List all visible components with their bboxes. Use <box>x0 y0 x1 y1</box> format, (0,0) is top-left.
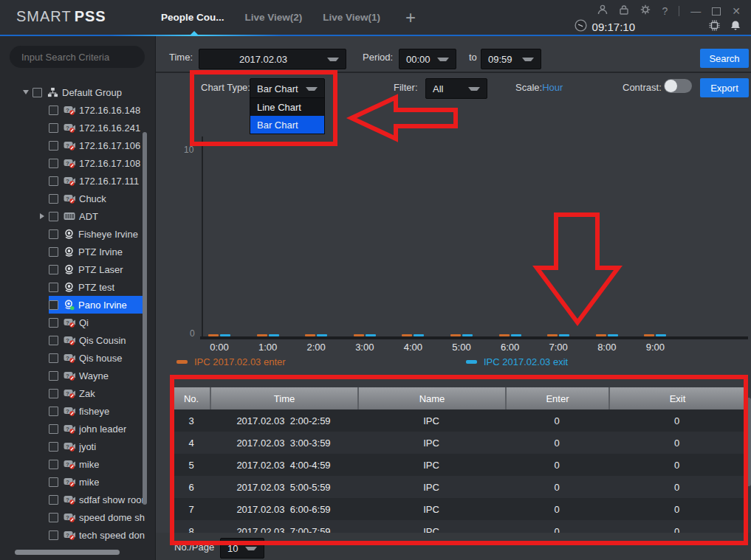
checkbox[interactable] <box>49 530 58 540</box>
checkbox[interactable] <box>49 159 58 168</box>
bar-enter <box>499 334 510 336</box>
tree-item-default-group[interactable]: Default Group <box>0 83 155 101</box>
checkbox[interactable] <box>49 353 58 363</box>
checkbox[interactable] <box>49 442 58 452</box>
tree-item-tech-speed-don[interactable]: ?tech speed don <box>0 526 155 544</box>
tree-item-pano-irvine[interactable]: Pano Irvine <box>0 296 155 314</box>
tree-item-ptz-test[interactable]: PTZ test <box>0 278 155 296</box>
checkbox[interactable] <box>32 88 42 97</box>
checkbox[interactable] <box>49 477 58 487</box>
close-icon[interactable]: ✕ <box>732 5 741 17</box>
tree-item-zak[interactable]: ?Zak <box>0 384 155 402</box>
tree-item-ptz-laser[interactable]: PTZ Laser <box>0 260 155 278</box>
tree-item-qis-house[interactable]: ?Qis house <box>0 349 155 367</box>
maximize-icon[interactable] <box>712 7 721 15</box>
checkbox[interactable] <box>49 336 58 345</box>
tree-item-chuck[interactable]: ?Chuck <box>0 190 155 207</box>
checkbox[interactable] <box>49 424 58 434</box>
camera-offline-icon: ? <box>64 122 75 133</box>
filter-dropdown[interactable]: All <box>425 78 487 99</box>
sidebar-horizontal-scrollbar[interactable] <box>15 550 120 555</box>
checkbox[interactable] <box>49 212 58 221</box>
checkbox[interactable] <box>49 141 58 151</box>
contrast-toggle[interactable] <box>664 79 692 93</box>
tree-item-172-16-17-111[interactable]: ?172.16.17.111 <box>0 172 155 190</box>
table-row-8[interactable]: 82017.02.03 7:00-7:59IPC00 <box>173 520 745 533</box>
alarm-bell-icon[interactable] <box>730 20 741 34</box>
tree-item-172-16-17-106[interactable]: ?172.16.17.106 <box>0 136 155 154</box>
user-icon[interactable] <box>597 4 608 18</box>
tree-item-label: speed dome sh <box>79 512 145 523</box>
tab-live-view-2[interactable]: Live View(2) <box>245 12 303 23</box>
scale-control: Scale:Hour <box>515 82 563 93</box>
checkbox[interactable] <box>49 495 58 505</box>
checkbox[interactable] <box>49 407 58 416</box>
help-icon[interactable]: ? <box>662 5 668 17</box>
chart-type-dropdown[interactable]: Bar Chart <box>250 78 325 99</box>
tree-item-172-16-17-108[interactable]: ?172.16.17.108 <box>0 154 155 172</box>
table-row-7[interactable]: 72017.02.03 6:00-6:59IPC00 <box>173 498 745 520</box>
checkbox[interactable] <box>49 194 58 204</box>
checkbox[interactable] <box>49 389 58 398</box>
checkbox[interactable] <box>49 265 58 274</box>
tab-people-counting[interactable]: People Cou... <box>161 12 224 23</box>
tree-item-172-16-16-241[interactable]: ?172.16.16.241 <box>0 119 155 136</box>
table-row-4[interactable]: 42017.02.03 3:00-3:59IPC00 <box>173 432 745 454</box>
option-line-chart[interactable]: Line Chart <box>250 98 324 116</box>
device-chip-icon[interactable] <box>709 20 720 34</box>
tree-item-172-16-16-148[interactable]: ?172.16.16.148 <box>0 101 155 119</box>
date-dropdown[interactable]: 2017.02.03 <box>199 49 346 69</box>
per-page-dropdown[interactable]: 10 <box>220 538 264 559</box>
collapse-arrow-icon[interactable] <box>19 90 32 94</box>
tree-item-qi[interactable]: ?Qi <box>0 314 155 331</box>
checkbox[interactable] <box>49 371 58 381</box>
x-tick-label: 2:00 <box>298 342 334 353</box>
option-bar-chart[interactable]: Bar Chart <box>250 116 324 134</box>
x-tick-label: 4:00 <box>395 342 431 353</box>
tree-item-ptz-irvine[interactable]: PTZ Irvine <box>0 243 155 260</box>
tree-item-sdfaf-show-roor[interactable]: ?sdfaf show roor <box>0 491 155 508</box>
table-row-5[interactable]: 52017.02.03 4:00-4:59IPC00 <box>173 454 745 476</box>
tree-item-fisheye-irvine[interactable]: Fisheye Irvine <box>0 225 155 243</box>
checkbox[interactable] <box>49 106 58 115</box>
chart-type-label: Chart Type: <box>201 82 250 93</box>
checkbox[interactable] <box>49 513 58 522</box>
tree-item-fisheye[interactable]: ?fisheye <box>0 402 155 420</box>
tree-item-adt[interactable]: ADT <box>0 207 155 225</box>
export-button[interactable]: Export <box>700 78 749 97</box>
checkbox[interactable] <box>49 247 58 257</box>
tree-item-mike[interactable]: ?mike <box>0 455 155 473</box>
scale-value-link[interactable]: Hour <box>542 82 563 93</box>
tree-item-body: ?172.16.17.111 <box>49 172 145 190</box>
period-end-dropdown[interactable]: 09:59 <box>481 49 541 69</box>
sidebar-vertical-scrollbar[interactable] <box>143 132 147 505</box>
checkbox[interactable] <box>49 460 58 469</box>
checkbox[interactable] <box>49 300 58 310</box>
expand-arrow-icon[interactable] <box>35 213 49 219</box>
search-input[interactable] <box>10 52 154 63</box>
tree-item-jyoti[interactable]: ?jyoti <box>0 438 155 455</box>
cell-no: 6 <box>173 476 210 498</box>
tree-item-mike[interactable]: ?mike <box>0 473 155 491</box>
bar-exit <box>366 334 376 336</box>
tree-item-wayne[interactable]: ?Wayne <box>0 367 155 384</box>
tree-item-john-leader[interactable]: ?john leader <box>0 420 155 438</box>
period-start-dropdown[interactable]: 00:00 <box>399 49 456 69</box>
search-button[interactable]: Search <box>700 49 749 68</box>
gear-icon[interactable] <box>640 4 651 18</box>
lock-icon[interactable] <box>619 4 629 18</box>
minimize-icon[interactable]: — <box>690 5 701 17</box>
table-row-6[interactable]: 62017.02.03 5:00-5:59IPC00 <box>173 476 745 498</box>
tree-item-qis-cousin[interactable]: ?Qis Cousin <box>0 331 155 349</box>
tree-item-speed-dome-sh[interactable]: ?speed dome sh <box>0 508 155 526</box>
table-scrollbar[interactable] <box>746 398 751 486</box>
table-row-3[interactable]: 32017.02.03 2:00-2:59IPC00 <box>173 409 745 432</box>
add-tab-button[interactable]: + <box>405 10 416 25</box>
tab-live-view-1[interactable]: Live View(1) <box>323 12 380 23</box>
checkbox[interactable] <box>49 318 58 328</box>
checkbox[interactable] <box>49 283 58 292</box>
checkbox[interactable] <box>49 176 58 186</box>
camera-offline-icon: ? <box>64 105 75 115</box>
checkbox[interactable] <box>49 123 58 133</box>
checkbox[interactable] <box>49 229 58 239</box>
